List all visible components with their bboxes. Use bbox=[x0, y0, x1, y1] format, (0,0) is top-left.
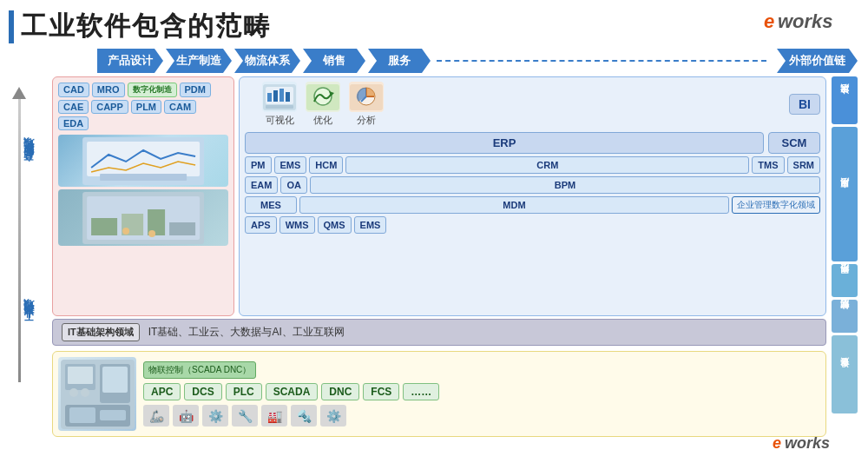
icon-analysis: 分析 bbox=[349, 82, 384, 127]
robot-5: 🏭 bbox=[261, 405, 287, 427]
scada-badge: 物联控制（SCADA DNC） bbox=[143, 361, 256, 379]
tag-pdm: PDM bbox=[180, 83, 211, 97]
right-label-application: 应用层 bbox=[832, 127, 858, 261]
robot-6: 🔩 bbox=[291, 405, 317, 427]
product-tags: CAD MRO 数字化制造 PDM CAE CAPP PLM CAM EDA bbox=[58, 83, 228, 130]
bottom-logo: e works bbox=[773, 431, 851, 456]
auto-image bbox=[58, 357, 136, 431]
svg-point-29 bbox=[81, 388, 89, 397]
auto-content: 物联控制（SCADA DNC） APC DCS PLC SCADA DNC FC… bbox=[143, 361, 820, 427]
right-labels: 决策层 应用层 网络层 控制层 设备层 bbox=[832, 76, 858, 437]
pm-row: PM EMS HCM CRM TMS SRM bbox=[245, 156, 820, 174]
content-area: 产品设计 生产制造 物流体系 销售 服务 外部价值链 产品创新数字化领域 工业自… bbox=[0, 49, 868, 441]
srm-box: SRM bbox=[787, 156, 820, 174]
qms-box: QMS bbox=[318, 216, 352, 234]
icon-visualization: 可视化 bbox=[262, 82, 297, 127]
left-label-auto: 工业自动化领域 bbox=[10, 254, 47, 393]
visualization-label: 可视化 bbox=[266, 114, 294, 127]
robot-7: ⚙️ bbox=[320, 405, 346, 427]
it-base-row: IT基础架构领域 IT基础、工业云、大数据与AI、工业互联网 bbox=[52, 319, 826, 346]
flow-arrow-service: 服务 bbox=[368, 49, 431, 73]
eam-box: EAM bbox=[245, 176, 278, 194]
tag-cae: CAE bbox=[58, 100, 89, 114]
svg-rect-17 bbox=[279, 89, 284, 102]
flow-dashed-line bbox=[437, 60, 766, 62]
svg-rect-4 bbox=[100, 174, 187, 181]
page-title: 工业软件包含的范畴 bbox=[21, 9, 271, 44]
svg-rect-31 bbox=[102, 367, 128, 393]
scada-row: 物联控制（SCADA DNC） bbox=[143, 361, 820, 379]
top-section: CAD MRO 数字化制造 PDM CAE CAPP PLM CAM EDA bbox=[52, 76, 826, 316]
tag-cad: CAD bbox=[58, 83, 89, 97]
optimization-icon bbox=[306, 82, 340, 112]
svg-text:e: e bbox=[773, 434, 781, 452]
title-bar: 工业软件包含的范畴 e works bbox=[0, 0, 868, 49]
left-label-product: 产品创新数字化领域 bbox=[10, 76, 47, 250]
product-image-bottom bbox=[58, 189, 228, 246]
title-accent bbox=[9, 10, 14, 43]
auto-tags: APC DCS PLC SCADA DNC FCS …… bbox=[143, 383, 820, 400]
scada2-tag: SCADA bbox=[266, 383, 319, 400]
enterprise-box: 可视化 bbox=[239, 76, 826, 316]
diagram-wrapper: 产品创新数字化领域 工业自动化领域 CAD MRO 数字化制造 PDM CAE bbox=[10, 76, 858, 437]
ems-box: EMS bbox=[274, 156, 307, 174]
crm-box: CRM bbox=[345, 156, 749, 174]
scm-box: SCM bbox=[768, 132, 820, 154]
bi-box: BI bbox=[789, 94, 820, 115]
icons-row: 可视化 bbox=[245, 82, 820, 127]
it-base-label: IT基础架构领域 bbox=[62, 323, 140, 341]
pm-box: PM bbox=[245, 156, 272, 174]
flow-arrows: 产品设计 生产制造 物流体系 销售 服务 外部价值链 bbox=[97, 49, 858, 73]
robot-2: 🤖 bbox=[173, 405, 199, 427]
right-label-device: 设备层 bbox=[832, 335, 858, 413]
slide: 工业软件包含的范畴 e works 产品设计 生产制造 物流体系 销售 服务 外… bbox=[0, 0, 868, 463]
left-labels: 产品创新数字化领域 工业自动化领域 bbox=[10, 76, 47, 437]
oa-box: OA bbox=[280, 176, 307, 194]
erp-box: ERP bbox=[245, 132, 764, 154]
tag-eda: EDA bbox=[58, 116, 89, 130]
right-label-decision: 决策层 bbox=[832, 76, 858, 124]
right-label-control: 控制层 bbox=[832, 300, 858, 333]
flow-arrow-production: 生产制造 bbox=[166, 49, 232, 73]
tag-cam: CAM bbox=[164, 100, 196, 114]
svg-rect-10 bbox=[169, 222, 195, 235]
robot-1: 🦾 bbox=[143, 405, 169, 427]
logo: e works bbox=[764, 16, 851, 37]
tag-plm: PLM bbox=[131, 100, 161, 114]
svg-point-11 bbox=[122, 228, 129, 235]
svg-rect-15 bbox=[267, 93, 272, 102]
logo-area: e works bbox=[764, 7, 851, 38]
ems2-box: EMS bbox=[354, 216, 387, 234]
tag-capp: CAPP bbox=[91, 100, 128, 114]
it-base-text: IT基础、工业云、大数据与AI、工业互联网 bbox=[148, 325, 345, 340]
product-image-top bbox=[58, 135, 228, 187]
more-tag: …… bbox=[403, 383, 439, 400]
product-design-box: CAD MRO 数字化制造 PDM CAE CAPP PLM CAM EDA bbox=[52, 76, 234, 316]
erp-row: ERP SCM bbox=[245, 132, 820, 154]
hcm-box: HCM bbox=[309, 156, 343, 174]
analysis-icon bbox=[349, 82, 384, 112]
dnc-tag: DNC bbox=[321, 383, 359, 400]
bpm-box: BPM bbox=[310, 176, 820, 194]
mes-row: MES MDM 企业管理数字化领域 bbox=[245, 196, 820, 214]
svg-rect-18 bbox=[286, 92, 290, 102]
dcs-tag: DCS bbox=[184, 383, 221, 400]
mdm-box: MDM bbox=[299, 196, 729, 214]
svg-rect-7 bbox=[91, 218, 117, 235]
aps-row: APS WMS QMS EMS bbox=[245, 216, 820, 234]
flow-arrow-external: 外部价值链 bbox=[777, 49, 858, 73]
svg-rect-34 bbox=[100, 410, 126, 420]
flow-arrow-sales: 销售 bbox=[303, 49, 365, 73]
svg-rect-33 bbox=[69, 407, 95, 423]
robot-row: 🦾 🤖 ⚙️ 🔧 🏭 🔩 ⚙️ bbox=[143, 405, 820, 427]
eam-row: EAM OA BPM bbox=[245, 176, 820, 194]
auto-section: 物联控制（SCADA DNC） APC DCS PLC SCADA DNC FC… bbox=[52, 351, 826, 437]
robot-4: 🔧 bbox=[232, 405, 258, 427]
wms-box: WMS bbox=[279, 216, 315, 234]
svg-point-28 bbox=[69, 388, 78, 397]
flow-arrow-product: 产品设计 bbox=[97, 49, 163, 73]
tms-box: TMS bbox=[752, 156, 784, 174]
svg-text:works: works bbox=[778, 10, 833, 32]
analysis-label: 分析 bbox=[357, 114, 376, 127]
svg-text:works: works bbox=[785, 434, 830, 452]
